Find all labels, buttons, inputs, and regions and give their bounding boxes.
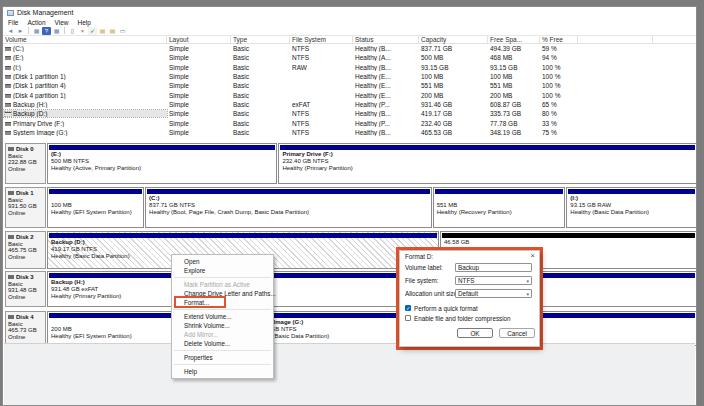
volume-row[interactable]: (Disk 4 partition 1)SimpleBasicHealthy (… (3, 90, 696, 99)
partition[interactable]: (C:)837.71 GB NTFSHealthy (Boot, Page Fi… (145, 187, 432, 228)
partition[interactable]: (I:)93.15 GB RAWHealthy (Basic Data Part… (566, 187, 697, 228)
cell: Basic (231, 129, 290, 136)
volume-row[interactable]: System Image (G:)SimpleBasicNTFSHealthy … (3, 128, 696, 137)
cell: Basic (231, 64, 290, 71)
action-pane-icon[interactable]: ▯ (68, 27, 77, 35)
menu-item-shrink-volume[interactable]: Shrink Volume... (172, 321, 273, 330)
cell: (Disk 1 partition 1) (3, 73, 167, 80)
column-header[interactable]: Volume (3, 36, 167, 44)
cell: (I:) (3, 64, 167, 71)
cell: (C:) (3, 45, 167, 52)
volume-row[interactable]: Backup (D:)SimpleBasicNTFSHealthy (B...4… (3, 109, 696, 118)
cell: 551 MB (488, 82, 540, 89)
disk-label[interactable]: Disk 1Basic931.50 GBOnline (5, 187, 46, 228)
volume-row[interactable]: (Disk 1 partition 4)SimpleBasicHealthy (… (3, 81, 696, 90)
format-dialog: Format D: × Volume label: Backup File sy… (399, 250, 540, 347)
partition[interactable]: Backup (H:)931.48 GB exFATHealthy (Prima… (47, 271, 697, 307)
cell: 100 MB (488, 73, 540, 80)
toolbar-separator (64, 27, 65, 34)
volume-row[interactable]: Primary Drive (F:)SimpleBasicNTFSHealthy… (3, 118, 696, 127)
column-header[interactable]: % Free (540, 36, 578, 44)
cell: Simple (167, 92, 231, 99)
cell: Simple (167, 64, 231, 71)
disk-label[interactable]: Disk 2Basic465.75 GBOnline (5, 231, 46, 269)
file-system-select[interactable]: NTFS ▾ (455, 276, 532, 285)
partition[interactable]: Primary Drive (F:)232.40 GB NTFSHealthy … (278, 143, 697, 184)
menu-separator (174, 364, 271, 365)
menu-help[interactable]: Help (78, 19, 91, 26)
partition[interactable]: (E:)500 MB NTFSHealthy (Active, Primary … (47, 143, 277, 184)
menu-item-delete-volume[interactable]: Delete Volume... (172, 339, 273, 348)
partition[interactable]: 551 MBHealthy (Recovery Partition) (433, 187, 566, 228)
quick-format-checkbox[interactable]: ✓ (405, 305, 411, 311)
cell: 100 % (540, 73, 578, 80)
dialog-close-icon[interactable]: × (530, 251, 535, 260)
disk-label[interactable]: Disk 4Basic465.73 GBOnline (5, 311, 46, 346)
menu-item-help[interactable]: Help (172, 367, 273, 376)
allocation-unit-select[interactable]: Default ▾ (455, 289, 532, 298)
disk-label[interactable]: Disk 0Basic232.88 GBOnline (5, 143, 46, 184)
volume-icon (5, 122, 11, 126)
column-header[interactable]: Type (231, 36, 290, 44)
delete-volume-icon[interactable]: × (78, 27, 87, 35)
cell: NTFS (290, 120, 353, 127)
cell: 931.46 GB (419, 101, 488, 108)
disk-info: Basic (8, 241, 45, 248)
disk-info: Basic (8, 321, 45, 328)
check-icon[interactable]: ✓ (88, 27, 97, 35)
partition[interactable]: 100 MBHealthy (EFI System Partition) (47, 187, 144, 228)
volume-row[interactable]: (Disk 1 partition 1)SimpleBasicHealthy (… (3, 72, 696, 81)
cell: 494.39 GB (488, 45, 540, 52)
volume-row[interactable]: (I:)SimpleBasicRAWHealthy (B...93.15 GB9… (3, 63, 696, 72)
disk-label[interactable]: Disk 3Basic931.48 GBOnline (5, 271, 46, 307)
cell: RAW (290, 64, 353, 71)
volume-row[interactable]: (E:)SimpleBasicNTFSHealthy (A...500 MB46… (3, 53, 696, 62)
compression-checkbox[interactable] (405, 315, 411, 321)
export-list-icon[interactable]: ▦ (52, 27, 61, 35)
back-icon[interactable]: ◄ (6, 27, 15, 35)
volume-row[interactable]: (C:)SimpleBasicNTFSHealthy (B...837.71 G… (3, 44, 696, 53)
menu-view[interactable]: View (55, 19, 69, 26)
menu-file[interactable]: File (8, 19, 18, 26)
menu-item-format[interactable]: Format... (172, 298, 273, 307)
menu-item-explore[interactable]: Explore (172, 266, 273, 275)
menu-action[interactable]: Action (27, 19, 45, 26)
cell: Backup (H:) (3, 101, 167, 108)
help-icon[interactable]: ? (42, 27, 51, 35)
volume-label-input[interactable]: Backup (455, 263, 532, 272)
menu-item-properties[interactable]: Properties (172, 353, 273, 362)
cell: 232.40 GB (419, 120, 488, 127)
column-header[interactable]: Status (353, 36, 419, 44)
menu-item-extend-volume[interactable]: Extend Volume... (172, 312, 273, 321)
column-header[interactable]: Capacity (419, 36, 488, 44)
cell: 608.87 GB (488, 101, 540, 108)
console-tree-icon[interactable]: ▦ (32, 27, 41, 35)
cancel-button[interactable]: Cancel (499, 328, 535, 338)
annotation-box-dialog: Format D: × Volume label: Backup File sy… (396, 247, 543, 350)
toolbar-separator (28, 27, 29, 34)
cell: 200 MB (488, 92, 540, 99)
cell: 200 MB (419, 92, 488, 99)
menu-item-change-drive-letter-and-paths[interactable]: Change Drive Letter and Paths... (172, 289, 273, 298)
cell: 80 % (540, 110, 578, 117)
ok-button[interactable]: OK (457, 328, 493, 338)
title-bar: Disk Management (3, 7, 696, 18)
cell: Simple (167, 120, 231, 127)
volume-icon (5, 56, 11, 60)
cell: Basic (231, 45, 290, 52)
column-header[interactable]: Layout (167, 36, 231, 44)
column-header[interactable]: File System (290, 36, 353, 44)
volume-row[interactable]: Backup (H:)SimpleBasicexFATHealthy (P...… (3, 100, 696, 109)
cell: 837.71 GB (419, 45, 488, 52)
cell: Simple (167, 73, 231, 80)
folder-edit-icon[interactable]: ▤ (108, 27, 117, 35)
forward-icon[interactable]: ► (16, 27, 25, 35)
annotation-box-format-menu (174, 296, 226, 308)
menu-item-open[interactable]: Open (172, 257, 273, 266)
cell: 419.17 GB (419, 110, 488, 117)
column-header[interactable] (578, 36, 653, 44)
screen-icon[interactable]: ▭ (118, 27, 127, 35)
disk-info: Online (8, 166, 45, 173)
column-header[interactable]: Free Spa... (488, 36, 540, 44)
folder-open-icon[interactable]: ▤ (98, 27, 107, 35)
